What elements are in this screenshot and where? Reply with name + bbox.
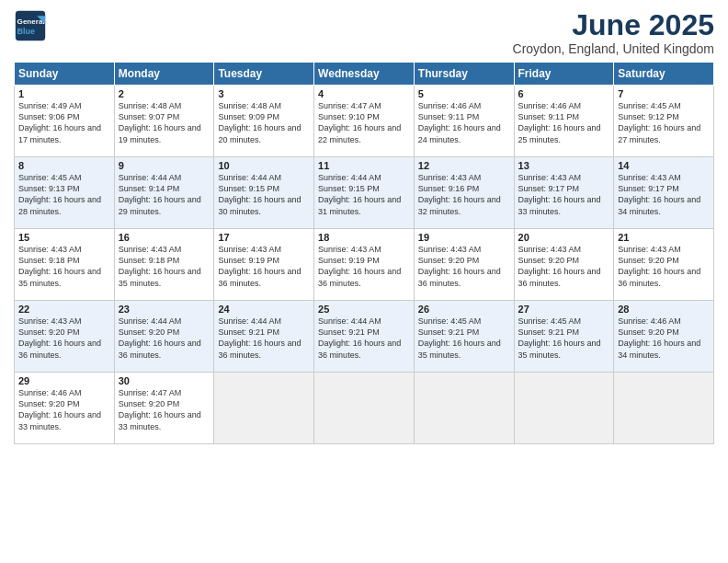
day-info: Sunrise: 4:49 AM Sunset: 9:06 PM Dayligh… xyxy=(18,100,110,145)
table-row: 12Sunrise: 4:43 AM Sunset: 9:16 PM Dayli… xyxy=(414,157,514,229)
day-number: 26 xyxy=(418,304,510,315)
day-number: 17 xyxy=(218,232,310,243)
calendar-week-row: 1Sunrise: 4:49 AM Sunset: 9:06 PM Daylig… xyxy=(15,86,714,157)
table-row: 7Sunrise: 4:45 AM Sunset: 9:12 PM Daylig… xyxy=(614,86,714,157)
day-number: 19 xyxy=(418,232,510,243)
day-number: 12 xyxy=(418,160,510,171)
table-row: 3Sunrise: 4:48 AM Sunset: 9:09 PM Daylig… xyxy=(214,86,314,157)
day-number: 21 xyxy=(618,232,710,243)
table-row: 2Sunrise: 4:48 AM Sunset: 9:07 PM Daylig… xyxy=(114,86,214,157)
day-info: Sunrise: 4:43 AM Sunset: 9:18 PM Dayligh… xyxy=(18,244,110,289)
table-row: 15Sunrise: 4:43 AM Sunset: 9:18 PM Dayli… xyxy=(15,229,115,301)
table-row: 8Sunrise: 4:45 AM Sunset: 9:13 PM Daylig… xyxy=(15,157,115,229)
table-row: 24Sunrise: 4:44 AM Sunset: 9:21 PM Dayli… xyxy=(214,301,314,373)
day-info: Sunrise: 4:43 AM Sunset: 9:17 PM Dayligh… xyxy=(518,172,610,217)
table-row: 4Sunrise: 4:47 AM Sunset: 9:10 PM Daylig… xyxy=(314,86,415,157)
day-info: Sunrise: 4:46 AM Sunset: 9:11 PM Dayligh… xyxy=(518,100,610,145)
col-wednesday: Wednesday xyxy=(314,63,415,86)
day-info: Sunrise: 4:45 AM Sunset: 9:21 PM Dayligh… xyxy=(518,316,610,361)
table-row: 20Sunrise: 4:43 AM Sunset: 9:20 PM Dayli… xyxy=(514,229,614,301)
page: General Blue June 2025 Croydon, England,… xyxy=(0,0,728,563)
col-thursday: Thursday xyxy=(414,63,514,86)
day-info: Sunrise: 4:47 AM Sunset: 9:10 PM Dayligh… xyxy=(318,100,410,145)
day-info: Sunrise: 4:48 AM Sunset: 9:09 PM Dayligh… xyxy=(218,100,310,145)
table-row: 19Sunrise: 4:43 AM Sunset: 9:20 PM Dayli… xyxy=(414,229,514,301)
day-info: Sunrise: 4:43 AM Sunset: 9:19 PM Dayligh… xyxy=(318,244,410,289)
day-number: 16 xyxy=(119,232,210,243)
table-row: 30Sunrise: 4:47 AM Sunset: 9:20 PM Dayli… xyxy=(114,373,214,444)
day-info: Sunrise: 4:44 AM Sunset: 9:15 PM Dayligh… xyxy=(218,172,310,217)
day-number: 15 xyxy=(18,232,110,243)
header: General Blue June 2025 Croydon, England,… xyxy=(14,9,714,56)
day-number: 24 xyxy=(218,304,310,315)
calendar-week-row: 29Sunrise: 4:46 AM Sunset: 9:20 PM Dayli… xyxy=(15,373,714,444)
svg-text:Blue: Blue xyxy=(17,27,36,36)
day-number: 6 xyxy=(518,88,610,99)
table-row: 18Sunrise: 4:43 AM Sunset: 9:19 PM Dayli… xyxy=(314,229,415,301)
day-number: 7 xyxy=(618,88,710,99)
logo: General Blue xyxy=(14,9,47,42)
day-number: 3 xyxy=(218,88,310,99)
table-row: 1Sunrise: 4:49 AM Sunset: 9:06 PM Daylig… xyxy=(15,86,115,157)
table-row: 29Sunrise: 4:46 AM Sunset: 9:20 PM Dayli… xyxy=(15,373,115,444)
day-number: 13 xyxy=(518,160,610,171)
day-number: 2 xyxy=(119,88,210,99)
day-number: 30 xyxy=(119,375,210,386)
day-info: Sunrise: 4:46 AM Sunset: 9:20 PM Dayligh… xyxy=(18,387,110,432)
col-monday: Monday xyxy=(114,63,214,86)
table-row: 9Sunrise: 4:44 AM Sunset: 9:14 PM Daylig… xyxy=(114,157,214,229)
calendar: Sunday Monday Tuesday Wednesday Thursday… xyxy=(14,62,714,444)
col-saturday: Saturday xyxy=(614,63,714,86)
table-row xyxy=(514,373,614,444)
day-number: 22 xyxy=(18,304,110,315)
day-number: 25 xyxy=(318,304,410,315)
title-block: June 2025 Croydon, England, United Kingd… xyxy=(513,9,714,56)
day-info: Sunrise: 4:48 AM Sunset: 9:07 PM Dayligh… xyxy=(119,100,210,145)
day-info: Sunrise: 4:43 AM Sunset: 9:20 PM Dayligh… xyxy=(618,244,710,289)
subtitle: Croydon, England, United Kingdom xyxy=(513,41,714,56)
day-info: Sunrise: 4:43 AM Sunset: 9:20 PM Dayligh… xyxy=(418,244,510,289)
table-row xyxy=(314,373,415,444)
day-info: Sunrise: 4:45 AM Sunset: 9:21 PM Dayligh… xyxy=(418,316,510,361)
table-row xyxy=(614,373,714,444)
day-number: 4 xyxy=(318,88,410,99)
day-info: Sunrise: 4:44 AM Sunset: 9:21 PM Dayligh… xyxy=(318,316,410,361)
day-info: Sunrise: 4:43 AM Sunset: 9:20 PM Dayligh… xyxy=(18,316,110,361)
day-number: 5 xyxy=(418,88,510,99)
day-number: 14 xyxy=(618,160,710,171)
day-info: Sunrise: 4:44 AM Sunset: 9:20 PM Dayligh… xyxy=(119,316,210,361)
table-row: 25Sunrise: 4:44 AM Sunset: 9:21 PM Dayli… xyxy=(314,301,415,373)
day-number: 20 xyxy=(518,232,610,243)
day-number: 8 xyxy=(18,160,110,171)
table-row: 26Sunrise: 4:45 AM Sunset: 9:21 PM Dayli… xyxy=(414,301,514,373)
table-row: 11Sunrise: 4:44 AM Sunset: 9:15 PM Dayli… xyxy=(314,157,415,229)
day-info: Sunrise: 4:45 AM Sunset: 9:13 PM Dayligh… xyxy=(18,172,110,217)
calendar-week-row: 15Sunrise: 4:43 AM Sunset: 9:18 PM Dayli… xyxy=(15,229,714,301)
day-number: 18 xyxy=(318,232,410,243)
calendar-week-row: 22Sunrise: 4:43 AM Sunset: 9:20 PM Dayli… xyxy=(15,301,714,373)
day-info: Sunrise: 4:43 AM Sunset: 9:19 PM Dayligh… xyxy=(218,244,310,289)
day-number: 11 xyxy=(318,160,410,171)
table-row: 27Sunrise: 4:45 AM Sunset: 9:21 PM Dayli… xyxy=(514,301,614,373)
table-row: 13Sunrise: 4:43 AM Sunset: 9:17 PM Dayli… xyxy=(514,157,614,229)
day-info: Sunrise: 4:44 AM Sunset: 9:21 PM Dayligh… xyxy=(218,316,310,361)
day-info: Sunrise: 4:47 AM Sunset: 9:20 PM Dayligh… xyxy=(119,387,210,432)
day-info: Sunrise: 4:43 AM Sunset: 9:16 PM Dayligh… xyxy=(418,172,510,217)
day-info: Sunrise: 4:43 AM Sunset: 9:18 PM Dayligh… xyxy=(119,244,210,289)
day-info: Sunrise: 4:46 AM Sunset: 9:20 PM Dayligh… xyxy=(618,316,710,361)
table-row: 6Sunrise: 4:46 AM Sunset: 9:11 PM Daylig… xyxy=(514,86,614,157)
day-number: 28 xyxy=(618,304,710,315)
table-row: 22Sunrise: 4:43 AM Sunset: 9:20 PM Dayli… xyxy=(15,301,115,373)
day-info: Sunrise: 4:46 AM Sunset: 9:11 PM Dayligh… xyxy=(418,100,510,145)
month-title: June 2025 xyxy=(513,9,714,41)
col-sunday: Sunday xyxy=(15,63,115,86)
table-row: 10Sunrise: 4:44 AM Sunset: 9:15 PM Dayli… xyxy=(214,157,314,229)
table-row: 5Sunrise: 4:46 AM Sunset: 9:11 PM Daylig… xyxy=(414,86,514,157)
day-info: Sunrise: 4:44 AM Sunset: 9:15 PM Dayligh… xyxy=(318,172,410,217)
day-number: 10 xyxy=(218,160,310,171)
table-row: 21Sunrise: 4:43 AM Sunset: 9:20 PM Dayli… xyxy=(614,229,714,301)
logo-icon: General Blue xyxy=(14,9,47,42)
day-number: 27 xyxy=(518,304,610,315)
calendar-week-row: 8Sunrise: 4:45 AM Sunset: 9:13 PM Daylig… xyxy=(15,157,714,229)
table-row: 17Sunrise: 4:43 AM Sunset: 9:19 PM Dayli… xyxy=(214,229,314,301)
